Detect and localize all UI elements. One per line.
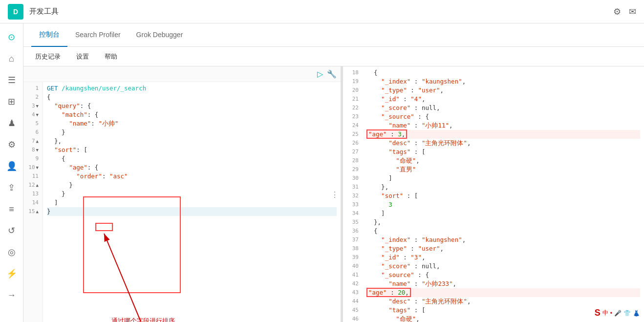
line-numbers: 1 2 3▼ 4▼ 5 6 7▲ 8▼ 9 10▼ 11 12▲ 13 14 [23,82,43,322]
oln-22: 22 [343,104,363,112]
ol-21: "_id" : "4", [366,95,640,104]
ln-9: 9 [23,154,43,163]
code-line-14: ] [47,198,337,207]
oln-18: 18 [343,68,363,77]
ol-37: "_index" : "kaungshen", [366,236,640,244]
ol-43: "age" : 20, [366,288,640,297]
wrench-icon[interactable]: 🔧 [327,69,337,79]
more-options-btn[interactable]: ⋮ [331,190,339,199]
code-line-11: "order": "asc" [47,172,337,181]
sidebar-item-home2[interactable]: ⌂ [2,49,21,68]
output-content[interactable]: 18 19 20 21 22 23 24 25 26 27 28 29 30 3… [343,66,644,322]
logo-letter: D [13,8,18,16]
ln-15: 15▲ [23,207,43,216]
ol-33: 3 [366,200,640,209]
ol-29: "直男" [366,165,640,174]
oln-43: 43 [343,288,363,297]
oln-31: 31 [343,183,363,192]
editor-toolbar: ▷ 🔧 [23,66,341,82]
sidebar-item-grid[interactable]: ⊞ [2,92,21,111]
ln-1: 1 [23,84,43,93]
code-line-1: GET /kaungshen/user/_search [47,84,337,93]
main-container: ⊙ ⌂ ☰ ⊞ ♟ ⚙ 👤 ⇪ ≡ ↺ ◎ ⚡ → 控制台 Search Pro… [0,23,644,322]
oln-41: 41 [343,271,363,279]
sidebar-item-menu[interactable]: ≡ [2,199,21,219]
output-panel: 18 19 20 21 22 23 24 25 26 27 28 29 30 3… [343,66,644,322]
oln-21: 21 [343,95,363,104]
sidebar-item-upload[interactable]: ⇪ [2,178,21,197]
oln-44: 44 [343,297,363,306]
oln-46: 46 [343,315,363,322]
oln-19: 19 [343,77,363,86]
oln-34: 34 [343,209,363,218]
sidebar-item-gear[interactable]: ⚙ [2,135,21,154]
oln-38: 38 [343,244,363,253]
watermark-s: S [595,308,601,318]
toolbar-help[interactable]: 帮助 [101,50,121,63]
app-logo: D [8,4,23,20]
app-title: 开发工具 [29,7,613,16]
oln-23: 23 [343,112,363,121]
code-line-5: "name": "小帅" [47,119,337,128]
oln-40: 40 [343,262,363,271]
oln-45: 45 [343,306,363,315]
ol-36: { [366,227,640,236]
top-bar-icons: ⚙ ✉ [613,6,636,17]
sidebar-item-person[interactable]: ♟ [2,113,21,133]
oln-28: 28 [343,156,363,165]
watermark-zh: 中 [602,309,608,317]
run-icon[interactable]: ▷ [317,69,323,79]
code-lines[interactable]: GET /kaungshen/user/_search { "query": {… [43,82,341,322]
annotation-text: 通过哪个字段进行排序 [111,317,175,322]
watermark: S 中 • 🎤 👕 👗 [595,308,640,318]
code-line-8: "sort": [ [47,146,337,154]
ol-44: "desc" : "主角光环附体", [366,297,640,306]
ln-14: 14 [23,198,43,207]
code-line-12: } [47,181,337,190]
ol-34: ] [366,209,640,218]
tab-grok-debugger[interactable]: Grok Debugger [129,23,191,47]
oln-37: 37 [343,236,363,244]
sidebar-item-user[interactable]: 👤 [2,156,21,176]
ol-32: "sort" : [ [366,192,640,200]
tab-search-profiler[interactable]: Search Profiler [67,23,129,47]
toolbar: 历史记录 设置 帮助 [23,47,644,66]
oln-27: 27 [343,148,363,156]
tab-bar: 控制台 Search Profiler Grok Debugger [23,23,644,47]
sidebar-item-home[interactable]: ⊙ [2,27,21,47]
watermark-dot1: • [610,310,612,317]
code-line-2: { [47,93,337,102]
sidebar-item-refresh[interactable]: ↺ [2,221,21,240]
output-line-numbers: 18 19 20 21 22 23 24 25 26 27 28 29 30 3… [343,68,363,320]
ln-7: 7▲ [23,137,43,146]
ol-38: "_type" : "user", [366,244,640,253]
code-line-10: "age": { [47,163,337,172]
ol-23: "_source" : { [366,112,640,121]
output-lines: { "_index" : "kaungshen", "_type" : "use… [363,68,644,320]
oln-25: 25 [343,130,363,139]
oln-35: 35 [343,218,363,227]
ol-25: "age" : 3, [366,130,640,139]
toolbar-history[interactable]: 历史记录 [31,50,64,63]
sidebar-item-arrow[interactable]: → [2,285,21,305]
mail-icon[interactable]: ✉ [629,6,636,17]
ln-3: 3▼ [23,102,43,110]
ol-22: "_score" : null, [366,104,640,112]
tab-console[interactable]: 控制台 [31,23,67,47]
ln-13: 13 [23,190,43,198]
ol-31: }, [366,183,640,192]
code-editor: ▷ 🔧 1 2 3▼ 4▼ 5 6 7▲ 8▼ 9 10▼ [23,66,341,322]
sidebar-item-list[interactable]: ☰ [2,70,21,90]
settings-icon[interactable]: ⚙ [613,6,621,17]
sidebar-item-bolt[interactable]: ⚡ [2,264,21,283]
oln-42: 42 [343,279,363,288]
watermark-mic: 🎤 [614,310,622,317]
ol-27: "tags" : [ [366,148,640,156]
ol-35: }, [366,218,640,227]
sidebar-item-circle[interactable]: ◎ [2,242,21,262]
ol-26: "desc" : "主角光环附体", [366,139,640,148]
toolbar-settings[interactable]: 设置 [72,50,93,63]
ol-24: "name" : "小帅11", [366,121,640,130]
ln-8: 8▼ [23,146,43,154]
code-content: 1 2 3▼ 4▼ 5 6 7▲ 8▼ 9 10▼ 11 12▲ 13 14 [23,82,341,322]
